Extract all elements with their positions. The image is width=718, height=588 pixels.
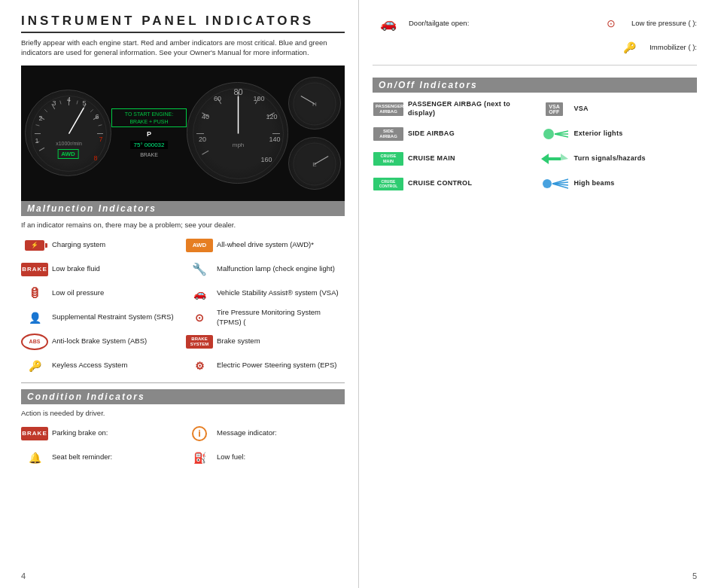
passenger-airbag-icon: PASSENGERAIRBAG: [373, 99, 404, 119]
engine-text: Malfunction lamp (check engine light): [217, 264, 335, 273]
message-text: Message indicator:: [217, 428, 277, 437]
svg-line-10: [36, 125, 40, 126]
door-text: Door/tailgate open:: [409, 19, 469, 28]
seatbelt-icon: 🔔: [21, 449, 48, 466]
abs-icon: ABS: [21, 334, 48, 350]
on-off-passenger-airbag: PASSENGERAIRBAG PASSENGER AIRBAG (next t…: [373, 99, 531, 120]
indicator-awd: AWD All-wheel drive system (AWD)*: [186, 235, 345, 256]
indicator-door: 🚗 Door/tailgate open: ⊙ Low tire pressur…: [373, 14, 697, 33]
tpms-icon: ⊙: [186, 309, 213, 326]
svg-text:3: 3: [52, 99, 56, 107]
indicator-tpms: ⊙ Tire Pressure Monitoring System (TPMS)…: [186, 307, 345, 328]
oil-text: Low oil pressure: [52, 288, 104, 297]
turn-signals-icon: [539, 149, 570, 169]
svg-text:140: 140: [269, 136, 280, 143]
low-fuel-icon: ⛽: [186, 449, 213, 466]
svg-line-1: [39, 148, 44, 151]
tire-pressure-text: Low tire pressure ( ):: [631, 19, 697, 28]
indicator-oil: 🛢 Low oil pressure: [21, 283, 180, 304]
indicator-srs: 👤 Supplemental Restraint System (SRS): [21, 307, 180, 328]
turn-signals-text: Turn signals/hazards: [574, 154, 646, 163]
side-airbag-text: SIDE AIRBAG: [408, 129, 455, 139]
indicator-charging: ⚡ Charging system: [21, 235, 180, 256]
on-off-cruise-main: CRUISEMAIN CRUISE MAIN: [373, 148, 531, 169]
high-beams-text: High beams: [574, 179, 615, 188]
on-off-exterior-lights: Exterior lights: [539, 123, 698, 145]
engine-icon: 🔧: [186, 261, 213, 278]
page-number-left: 4: [21, 571, 26, 580]
brake-sys-text: Brake system: [217, 337, 260, 346]
charging-text: Charging system: [52, 240, 105, 249]
temp-gauge: H: [288, 77, 341, 129]
page-number-right: 5: [692, 571, 697, 580]
oil-icon: 🛢: [21, 285, 48, 302]
parking-brake-text: Parking brake on:: [52, 428, 108, 437]
vsa-icon: 🚗: [186, 285, 213, 302]
svg-text:40: 40: [202, 113, 209, 120]
svg-line-12: [60, 101, 61, 105]
svg-line-15: [99, 125, 102, 126]
svg-text:H: H: [312, 101, 317, 108]
svg-line-27: [202, 151, 208, 154]
door-icon: 🚗: [373, 14, 404, 33]
svg-marker-56: [556, 154, 568, 160]
speedometer-gauge: 20 40 60 80 100 120 140 160 mph: [187, 82, 288, 184]
tire-pressure-icon: ⊙: [595, 14, 627, 33]
gear-indicator: P: [147, 130, 151, 138]
passenger-airbag-text: PASSENGER AIRBAG (next to display): [408, 100, 531, 117]
odometer: 75° 000032: [130, 141, 167, 149]
cruise-main-text: CRUISE MAIN: [408, 154, 455, 163]
svg-text:20: 20: [199, 136, 206, 143]
center-cluster: TO START ENGINE: BRAKE + PUSH P 75° 0000…: [111, 108, 187, 158]
abs-text: Anti-lock Brake System (ABS): [52, 337, 147, 346]
svg-text:120: 120: [266, 113, 277, 120]
indicator-brake-fluid: BRAKE Low brake fluid: [21, 259, 180, 280]
vsa-text: Vehicle Stability Assist® system (VSA): [217, 288, 339, 297]
parking-brake-icon: BRAKE: [21, 425, 48, 442]
brake-fluid-text: Low brake fluid: [52, 264, 100, 273]
svg-text:7: 7: [99, 136, 102, 143]
svg-line-11: [44, 109, 47, 112]
svg-line-14: [90, 109, 93, 112]
brake-fluid-icon: BRAKE: [21, 261, 48, 278]
tachometer-gauge: 1 2 3 4 5 6 7 8 x1000r/min AWD: [25, 90, 111, 176]
srs-text: Supplemental Restraint System (SRS): [52, 312, 174, 321]
indicator-engine: 🔧 Malfunction lamp (check engine light): [186, 259, 345, 280]
eps-icon: ⚙: [186, 358, 213, 374]
cruise-control-text: CRUISE CONTROL: [408, 179, 472, 188]
exterior-lights-text: Exterior lights: [574, 129, 623, 139]
page-subtitle: Briefly appear with each engine start. R…: [21, 38, 345, 58]
start-text: TO START ENGINE: BRAKE + PUSH: [111, 108, 187, 128]
awd-text: All-wheel drive system (AWD)*: [217, 240, 314, 249]
condition-section-header: Condition Indicators: [21, 389, 345, 404]
high-beams-icon: [539, 174, 570, 193]
keyless-icon: 🔑: [21, 358, 48, 374]
svg-text:160: 160: [260, 156, 272, 163]
indicator-brake-sys: BRAKESYSTEM Brake system: [186, 331, 345, 352]
condition-indicators-grid: BRAKE Parking brake on: i Message indica…: [21, 423, 345, 468]
svg-line-25: [69, 108, 84, 133]
dashboard-image: 1 2 3 4 5 6 7 8 x1000r/min AWD: [21, 66, 345, 201]
svg-text:100: 100: [253, 95, 264, 102]
indicator-seatbelt: 🔔 Seat belt reminder:: [21, 447, 180, 468]
malfunction-subtitle: If an indicator remains on, there may be…: [21, 221, 345, 229]
indicator-eps: ⚙ Electric Power Steering system (EPS): [186, 355, 345, 376]
awd-badge: AWD: [57, 149, 79, 159]
indicator-low-fuel: ⛽ Low fuel:: [186, 447, 345, 468]
indicator-vsa: 🚗 Vehicle Stability Assist® system (VSA): [186, 283, 345, 304]
low-fuel-text: Low fuel:: [217, 452, 245, 462]
fuel-gauge: E: [288, 137, 341, 190]
svg-text:4: 4: [67, 96, 71, 103]
page-title: INSTRUMENT PANEL INDICATORS: [21, 14, 345, 33]
small-gauges: H E: [288, 77, 341, 190]
condition-section: Condition Indicators Action is needed by…: [21, 389, 345, 468]
srs-icon: 👤: [21, 309, 48, 326]
svg-text:E: E: [312, 161, 316, 168]
svg-text:mph: mph: [233, 142, 245, 148]
on-off-high-beams: High beams: [539, 173, 698, 194]
svg-text:80: 80: [233, 87, 242, 96]
condition-subtitle: Action is needed by driver.: [21, 409, 345, 417]
svg-text:1: 1: [35, 137, 38, 145]
malfunction-indicators-grid: ⚡ Charging system AWD All-wheel drive sy…: [21, 235, 345, 376]
indicator-keyless: 🔑 Keyless Access System: [21, 355, 180, 376]
